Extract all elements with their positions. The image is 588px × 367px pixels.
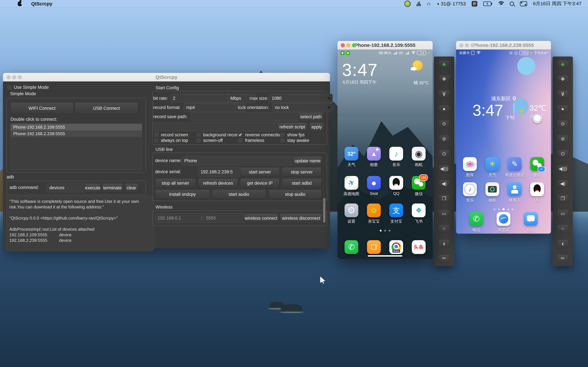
youdao-note-app-icon[interactable]: ✎: [508, 157, 522, 171]
menu-button[interactable]: ▭: [439, 209, 450, 217]
alipay-app-icon[interactable]: 支: [389, 203, 403, 217]
stop-audio-button[interactable]: stop audio: [269, 190, 321, 199]
device-list-item[interactable]: Phone-192.168.2.239:5555: [11, 130, 142, 137]
android-status-icon[interactable]: [404, 1, 411, 7]
dock-phone[interactable]: ✆电话: [466, 212, 487, 233]
seal-app-icon[interactable]: ●: [367, 176, 381, 190]
start-audio-button[interactable]: start audio: [212, 190, 266, 199]
group-control-button[interactable]: ♣: [439, 60, 450, 68]
always-on-top-checkbox[interactable]: always on top: [154, 138, 188, 143]
volume-up-button[interactable]: ◀))): [557, 165, 568, 173]
volume-up-button[interactable]: ◀))): [439, 165, 450, 173]
wechat-app-icon[interactable]: 189: [412, 176, 426, 190]
weather-app-icon[interactable]: 32°: [345, 147, 358, 161]
fullscreen-button[interactable]: ✥: [439, 75, 450, 83]
volume-down-button[interactable]: ◀): [557, 180, 568, 188]
app-music[interactable]: ♪音乐: [459, 182, 481, 203]
phone1-screen[interactable]: 89.9K/s HD 5 ϟ 3:47 6月16日 周四下午 晴 32°C 32…: [337, 50, 433, 259]
qq-app-icon[interactable]: [389, 176, 403, 190]
app-seal[interactable]: ●Seal: [363, 176, 385, 196]
execute-button[interactable]: execute: [85, 183, 100, 192]
contacts-app-icon[interactable]: [508, 182, 522, 196]
screen-off-checkbox[interactable]: screen-off: [196, 138, 223, 143]
install-sndcpy-button[interactable]: install sndcpy: [155, 190, 210, 199]
screen-off-button[interactable]: ⊘: [557, 135, 568, 143]
minimize-button[interactable]: [346, 43, 350, 47]
device-name-input[interactable]: Phone: [182, 156, 296, 165]
app-gallery[interactable]: ❀图库: [459, 157, 481, 178]
qinbaobao-app-icon[interactable]: ✿: [367, 203, 381, 217]
phone2-screen[interactable]: 未插卡 ⊙ ◫ 100 下午3:47 浦东新区 3:47 下午 ☀ 32℃ 34…: [456, 50, 551, 234]
touch-button[interactable]: ●: [439, 105, 450, 113]
record-format-select[interactable]: mp4: [184, 103, 245, 112]
max-size-select[interactable]: 1080: [269, 94, 333, 103]
zoom-button[interactable]: [352, 43, 356, 47]
music-app-icon[interactable]: ♪: [463, 182, 477, 196]
app-wechat[interactable]: ✔微信: [526, 157, 548, 178]
bit-rate-input[interactable]: 2: [171, 94, 231, 103]
search-icon[interactable]: [510, 2, 514, 6]
use-simple-mode-checkbox[interactable]: Use Simple Mode: [7, 85, 49, 90]
show-fps-checkbox[interactable]: show fps: [280, 132, 305, 137]
back-button[interactable]: ‹: [557, 240, 568, 248]
phone1-titlebar[interactable]: Phone-192.168.2.109:5555: [337, 41, 433, 50]
app-switch-button[interactable]: ❐: [439, 195, 450, 203]
fullscreen-button[interactable]: ✥: [557, 75, 568, 83]
app-weather[interactable]: ☀天气: [482, 157, 503, 178]
chrome-beta-app-icon[interactable]: Beta: [389, 240, 403, 254]
minimize-button[interactable]: [12, 75, 16, 79]
phone-app-icon[interactable]: ✆: [469, 212, 483, 226]
dock-toutiao[interactable]: 头条: [408, 240, 430, 254]
camera-app-icon[interactable]: [485, 182, 499, 196]
checkbox-box[interactable]: [7, 85, 12, 90]
device-serial-select[interactable]: 192.168.2.239:5: [198, 167, 247, 176]
home-button[interactable]: ○: [557, 225, 568, 233]
apple-menu-icon[interactable]: [18, 1, 22, 6]
phone-app-icon[interactable]: ✆: [345, 240, 358, 254]
app-camera[interactable]: ◉相机: [408, 147, 430, 167]
stop-all-server-button[interactable]: stop all server: [155, 178, 196, 188]
qq-app-icon[interactable]: [530, 182, 544, 196]
show-screen-button[interactable]: ⊙: [557, 120, 568, 128]
apply-button[interactable]: apply: [309, 122, 324, 132]
stay-awake-checkbox[interactable]: stay awake: [280, 138, 309, 143]
app-alipay[interactable]: 支支付宝: [385, 203, 407, 224]
wifi-icon[interactable]: [497, 1, 504, 6]
get-device-ip-button[interactable]: get device IP: [240, 178, 280, 188]
wifi-connect-button[interactable]: WIFI Connect: [10, 102, 73, 114]
dock-notes[interactable]: ❏: [363, 240, 385, 254]
close-button[interactable]: [459, 43, 464, 47]
clear-button[interactable]: clear: [124, 183, 138, 192]
battery-icon[interactable]: ϟ: [483, 1, 491, 6]
volume-down-button[interactable]: ◀): [439, 180, 450, 188]
back-button[interactable]: ‹: [439, 240, 450, 248]
wireless-ip-input[interactable]: 192.168.0.1: [155, 214, 204, 223]
app-switch-button[interactable]: ❐: [557, 195, 568, 203]
start-adbd-button[interactable]: start adbd: [282, 178, 321, 188]
wechat-app-icon[interactable]: ✔: [530, 157, 544, 171]
phone2-titlebar[interactable]: Phone-192.168.2.239:5555: [456, 41, 551, 50]
minimize-button[interactable]: [465, 43, 469, 47]
background-record-checkbox[interactable]: background record: [196, 132, 240, 137]
power-button[interactable]: ⏻: [557, 150, 568, 158]
device-list[interactable]: Phone-192.168.2.109:5555 Phone-192.168.2…: [10, 124, 142, 170]
control-center-icon[interactable]: [520, 1, 527, 6]
device-list-item[interactable]: Phone-192.168.2.109:5555: [11, 124, 142, 130]
update-name-button[interactable]: update name: [293, 156, 322, 166]
feishu-app-icon[interactable]: ❖: [412, 203, 426, 217]
home-indicator[interactable]: [368, 255, 402, 257]
messages-app-icon[interactable]: [524, 212, 538, 226]
usb-connect-button[interactable]: USB Connect: [75, 102, 138, 114]
amap-app-icon[interactable]: ✈: [345, 176, 358, 190]
adb-command-input[interactable]: devices: [47, 183, 86, 192]
browser-app-icon[interactable]: [497, 212, 510, 226]
input-method-icon[interactable]: 拼: [472, 1, 477, 7]
headset-icon[interactable]: ∩: [427, 1, 431, 6]
app-settings[interactable]: ⚙设置: [341, 203, 362, 224]
app-qinbaobao[interactable]: ✿亲宝宝: [363, 203, 385, 224]
app-qq[interactable]: QQ: [385, 176, 407, 196]
weather-app-icon[interactable]: ☀: [485, 157, 499, 171]
adb-log-output[interactable]: "This software is completely open source…: [7, 196, 154, 251]
gallery-app-icon[interactable]: ❀: [463, 157, 477, 171]
settings-app-icon[interactable]: ⚙: [345, 203, 358, 217]
